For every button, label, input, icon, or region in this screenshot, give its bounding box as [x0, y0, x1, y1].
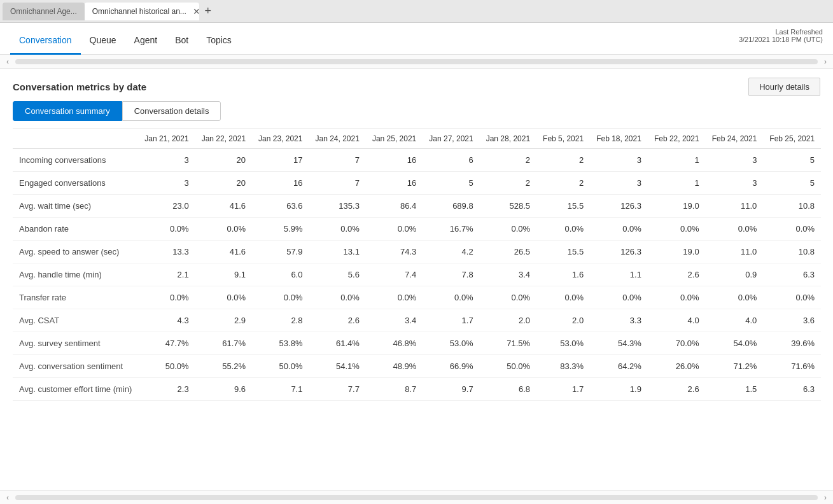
- value-cell: 71.2%: [706, 355, 764, 378]
- metric-cell: Avg. speed to answer (sec): [13, 241, 138, 263]
- value-cell: 2.8: [252, 309, 309, 332]
- tab-pill-details[interactable]: Conversation details: [122, 101, 221, 121]
- value-cell: 126.3: [590, 241, 648, 263]
- value-cell: 64.2%: [590, 355, 648, 378]
- table-row: Avg. CSAT4.32.92.82.63.41.72.02.03.34.04…: [13, 309, 821, 332]
- col-header-jan21: Jan 21, 2021: [138, 129, 195, 149]
- data-table-wrapper: Jan 21, 2021 Jan 22, 2021 Jan 23, 2021 J…: [0, 129, 833, 401]
- tab-2-close[interactable]: ✕: [193, 6, 199, 17]
- value-cell: 54.1%: [309, 355, 365, 378]
- value-cell: 54.3%: [590, 332, 648, 355]
- value-cell: 13.1: [309, 241, 365, 263]
- value-cell: 57.9: [252, 241, 309, 263]
- value-cell: 5: [763, 172, 821, 195]
- value-cell: 10.8: [763, 241, 821, 263]
- last-refreshed-value: 3/21/2021 10:18 PM (UTC): [739, 36, 823, 43]
- value-cell: 6.8: [480, 378, 536, 401]
- value-cell: 0.0%: [706, 218, 764, 241]
- bottom-scroll-bar-track: [15, 495, 818, 500]
- value-cell: 8.7: [366, 378, 423, 401]
- bottom-scroll-right-arrow[interactable]: ›: [820, 493, 830, 502]
- value-cell: 1: [648, 149, 706, 172]
- tab-1-label: Omnichannel Age...: [10, 7, 77, 16]
- value-cell: 0.0%: [138, 218, 195, 241]
- value-cell: 0.0%: [366, 286, 423, 309]
- col-header-jan27: Jan 27, 2021: [423, 129, 479, 149]
- value-cell: 0.0%: [536, 218, 590, 241]
- value-cell: 7.7: [309, 378, 365, 401]
- table-row: Incoming conversations320177166223135: [13, 149, 821, 172]
- col-header-feb25: Feb 25, 2021: [763, 129, 821, 149]
- hourly-details-button[interactable]: Hourly details: [748, 78, 820, 96]
- data-table: Jan 21, 2021 Jan 22, 2021 Jan 23, 2021 J…: [13, 129, 821, 401]
- value-cell: 2.0: [480, 309, 536, 332]
- value-cell: 83.3%: [536, 355, 590, 378]
- value-cell: 11.0: [706, 195, 764, 218]
- metric-cell: Avg. handle time (min): [13, 263, 138, 286]
- value-cell: 6.0: [252, 263, 309, 286]
- value-cell: 0.0%: [252, 286, 309, 309]
- value-cell: 0.0%: [590, 218, 648, 241]
- value-cell: 13.3: [138, 241, 195, 263]
- metric-cell: Avg. survey sentiment: [13, 332, 138, 355]
- nav-item-agent[interactable]: Agent: [125, 27, 167, 55]
- value-cell: 66.9%: [423, 355, 479, 378]
- section-header: Conversation metrics by date Hourly deta…: [0, 69, 833, 101]
- col-header-jan23: Jan 23, 2021: [252, 129, 309, 149]
- value-cell: 26.5: [480, 241, 536, 263]
- add-tab-button[interactable]: +: [199, 3, 217, 20]
- value-cell: 0.0%: [648, 286, 706, 309]
- value-cell: 16: [366, 172, 423, 195]
- value-cell: 39.6%: [763, 332, 821, 355]
- table-row: Engaged conversations320167165223135: [13, 172, 821, 195]
- nav-item-queue[interactable]: Queue: [81, 27, 125, 55]
- table-row: Transfer rate0.0%0.0%0.0%0.0%0.0%0.0%0.0…: [13, 286, 821, 309]
- col-header-feb22: Feb 22, 2021: [648, 129, 706, 149]
- value-cell: 20: [195, 172, 252, 195]
- scroll-left-arrow[interactable]: ‹: [3, 57, 13, 66]
- scroll-right-arrow[interactable]: ›: [820, 57, 830, 66]
- value-cell: 1.7: [423, 309, 479, 332]
- value-cell: 528.5: [480, 195, 536, 218]
- value-cell: 10.8: [763, 195, 821, 218]
- last-refreshed: Last Refreshed 3/21/2021 10:18 PM (UTC): [739, 28, 823, 43]
- value-cell: 16: [366, 149, 423, 172]
- nav-item-topics[interactable]: Topics: [197, 27, 241, 55]
- value-cell: 3: [590, 172, 648, 195]
- app-container: Conversation Queue Agent Bot Topics Last…: [0, 23, 833, 504]
- value-cell: 0.0%: [706, 286, 764, 309]
- value-cell: 50.0%: [252, 355, 309, 378]
- table-row: Avg. handle time (min)2.19.16.05.67.47.8…: [13, 263, 821, 286]
- value-cell: 4.0: [706, 309, 764, 332]
- nav-item-bot[interactable]: Bot: [166, 27, 197, 55]
- value-cell: 26.0%: [648, 355, 706, 378]
- value-cell: 2: [480, 172, 536, 195]
- value-cell: 5: [423, 172, 479, 195]
- value-cell: 74.3: [366, 241, 423, 263]
- nav-item-conversation[interactable]: Conversation: [10, 27, 81, 55]
- value-cell: 6.3: [763, 378, 821, 401]
- value-cell: 5.9%: [252, 218, 309, 241]
- bottom-scroll-left-arrow[interactable]: ‹: [3, 493, 13, 502]
- value-cell: 5.6: [309, 263, 365, 286]
- value-cell: 126.3: [590, 195, 648, 218]
- value-cell: 55.2%: [195, 355, 252, 378]
- value-cell: 15.5: [536, 195, 590, 218]
- col-header-metric: [13, 129, 138, 149]
- value-cell: 135.3: [309, 195, 365, 218]
- value-cell: 5: [763, 149, 821, 172]
- top-scroll-hint: ‹ ›: [0, 55, 833, 69]
- value-cell: 41.6: [195, 195, 252, 218]
- metric-cell: Avg. wait time (sec): [13, 195, 138, 218]
- value-cell: 4.2: [423, 241, 479, 263]
- browser-tab-1[interactable]: Omnichannel Age...: [3, 3, 85, 20]
- value-cell: 2: [536, 149, 590, 172]
- value-cell: 7.1: [252, 378, 309, 401]
- value-cell: 7.4: [366, 263, 423, 286]
- col-header-jan28: Jan 28, 2021: [480, 129, 536, 149]
- value-cell: 2: [536, 172, 590, 195]
- tab-pill-summary[interactable]: Conversation summary: [13, 101, 122, 121]
- value-cell: 3.3: [590, 309, 648, 332]
- browser-tab-2[interactable]: Omnichannel historical an... ✕: [85, 3, 199, 20]
- browser-tabs: Omnichannel Age... Omnichannel historica…: [0, 0, 833, 23]
